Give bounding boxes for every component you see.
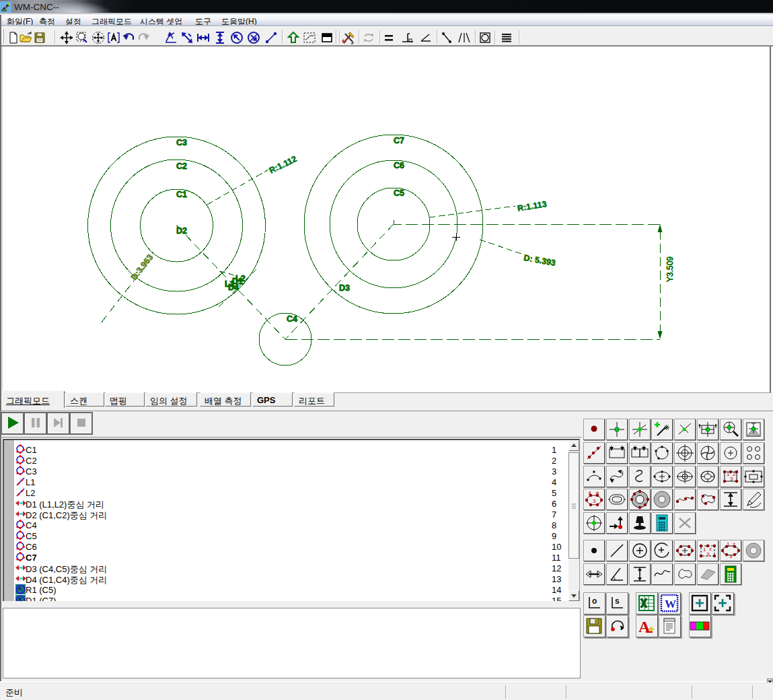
svg-text:R:1.113: R:1.113 [517,199,547,213]
svg-text:3: 3 [730,476,733,482]
svg-text:z: z [595,490,598,496]
svg-text:C1: C1 [176,190,187,199]
svg-text:3: 3 [729,553,733,559]
svg-text:3: 3 [706,551,710,557]
svg-text:C2: C2 [176,162,187,171]
svg-text:2: 2 [733,471,736,477]
svg-text:C3: C3 [176,138,187,147]
svg-text:R:1.112: R:1.112 [268,154,299,176]
svg-text:D4: D4 [228,283,239,292]
svg-text:o: o [592,596,597,606]
svg-text:s: s [615,596,620,606]
svg-text:C5: C5 [394,188,404,198]
svg-text:z: z [709,546,712,552]
svg-text:z: z [733,541,735,547]
svg-text:C6: C6 [394,161,404,170]
svg-text:D3: D3 [339,283,350,293]
svg-text:D2: D2 [176,226,187,236]
svg-text:C7: C7 [394,136,404,145]
svg-text:C4: C4 [287,314,297,324]
svg-text:1: 1 [727,541,730,547]
svg-text:D: 5.393: D: 5.393 [523,253,556,268]
svg-text:W: W [665,598,676,610]
svg-text:Y3.509: Y3.509 [665,256,675,282]
svg-text:A: A [638,618,651,635]
svg-text:3: 3 [593,498,596,504]
svg-text:D:3.963: D:3.963 [129,252,155,282]
